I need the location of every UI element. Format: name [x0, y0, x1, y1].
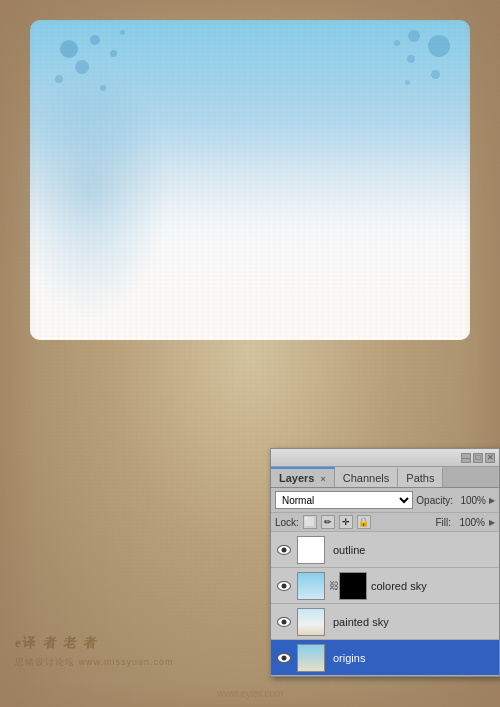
opacity-arrow-icon[interactable]: ▶ [489, 496, 495, 505]
minimize-button[interactable]: — [461, 453, 471, 463]
paper-edge-top [0, 0, 500, 25]
eye-icon [277, 581, 291, 591]
layers-list: outline ⛓ colored sky [271, 532, 499, 676]
eye-icon [277, 653, 291, 663]
splatter-dot [407, 55, 415, 63]
layer-name-painted-sky: painted sky [329, 616, 495, 628]
layer-thumb-origins [297, 644, 325, 672]
fill-arrow-icon[interactable]: ▶ [489, 518, 495, 527]
paper-edge-left [0, 0, 35, 707]
watermark-chinese: e译 者 老 者 [14, 634, 99, 652]
splatter-dot [405, 80, 410, 85]
splatter-dot [431, 70, 440, 79]
layer-visibility-origins[interactable] [275, 649, 293, 667]
paint-splatter-right [350, 30, 470, 110]
watermark-sub: 思绪设计论坛·www.missyuan.com [15, 656, 174, 669]
layer-visibility-colored-sky[interactable] [275, 577, 293, 595]
splatter-dot [428, 35, 450, 57]
layer-thumb-painted-sky [297, 608, 325, 636]
fill-value: 100% [455, 517, 485, 528]
layers-panel[interactable]: — □ ✕ Layers × Channels Paths Normal Opa… [270, 448, 500, 677]
eye-icon [277, 545, 291, 555]
splatter-dot [394, 40, 400, 46]
splatter-dot [110, 50, 117, 57]
panel-titlebar: — □ ✕ [271, 449, 499, 467]
tab-close-icon[interactable]: × [321, 474, 326, 484]
lock-fill-row: Lock: ⬜ ✏ ✛ 🔒 Fill: 100% ▶ [271, 513, 499, 532]
lock-all-button[interactable]: 🔒 [357, 515, 371, 529]
layer-row-origins[interactable]: origins [271, 640, 499, 676]
splatter-dot [120, 30, 125, 35]
opacity-label: Opacity: [416, 495, 453, 506]
tab-channels[interactable]: Channels [335, 467, 398, 487]
lock-transparent-button[interactable]: ⬜ [303, 515, 317, 529]
layer-thumb-colored-sky [297, 572, 325, 600]
layer-mask-colored-sky [339, 572, 367, 600]
layer-chain-icon: ⛓ [329, 572, 339, 600]
fill-label: Fill: [435, 517, 451, 528]
lock-label: Lock: [275, 517, 299, 528]
layer-name-colored-sky: colored sky [367, 580, 495, 592]
tab-paths[interactable]: Paths [398, 467, 443, 487]
layer-visibility-outline[interactable] [275, 541, 293, 559]
layer-row-outline[interactable]: outline [271, 532, 499, 568]
panel-tabs: Layers × Channels Paths [271, 467, 499, 488]
opacity-value: 100% [456, 495, 486, 506]
layer-name-origins: origins [329, 652, 495, 664]
layer-name-outline: outline [329, 544, 495, 556]
blend-opacity-row: Normal Opacity: 100% ▶ [271, 488, 499, 513]
layer-row-painted-sky[interactable]: painted sky [271, 604, 499, 640]
lock-position-button[interactable]: ✛ [339, 515, 353, 529]
layer-thumb-outline [297, 536, 325, 564]
layer-row-colored-sky[interactable]: ⛓ colored sky [271, 568, 499, 604]
splatter-dot [408, 30, 420, 42]
layer-visibility-painted-sky[interactable] [275, 613, 293, 631]
lock-image-button[interactable]: ✏ [321, 515, 335, 529]
splatter-dot [90, 35, 100, 45]
blend-mode-select[interactable]: Normal [275, 491, 413, 509]
maximize-button[interactable]: □ [473, 453, 483, 463]
eye-icon [277, 617, 291, 627]
eyier-watermark: www.eyier.com [0, 688, 500, 699]
canvas-area: e译 者 老 者 思绪设计论坛·www.missyuan.com www.eyi… [0, 0, 500, 707]
tab-layers[interactable]: Layers × [271, 467, 335, 487]
close-button[interactable]: ✕ [485, 453, 495, 463]
